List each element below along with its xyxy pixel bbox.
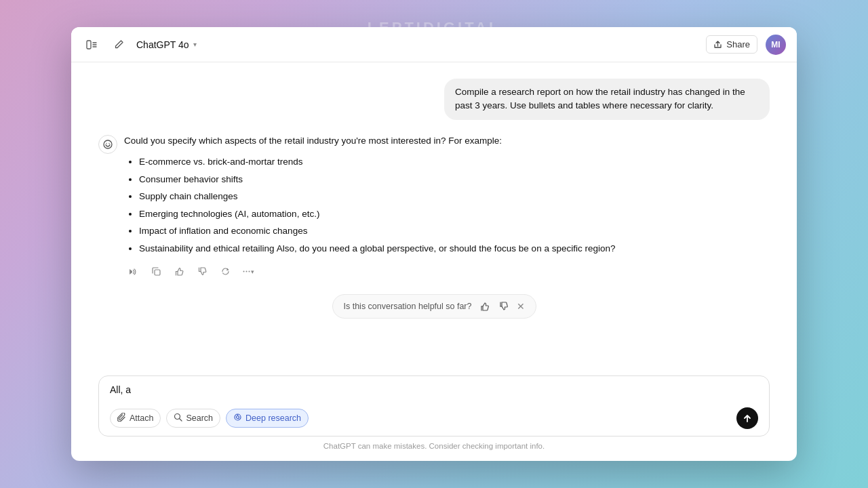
- input-box: All, a Attach: [98, 375, 770, 436]
- svg-point-14: [249, 271, 250, 272]
- deep-research-button[interactable]: Deep research: [226, 409, 309, 428]
- deep-research-icon: [233, 413, 242, 424]
- input-toolbar: Attach Search: [110, 407, 758, 429]
- disclaimer-text: ChatGPT can make mistakes. Consider chec…: [98, 442, 770, 450]
- attach-label: Attach: [130, 413, 153, 423]
- user-message: Compile a research report on how the ret…: [444, 79, 770, 120]
- model-selector[interactable]: ChatGPT 4o ▾: [136, 39, 197, 50]
- list-item: Impact of inflation and economic changes: [139, 224, 770, 239]
- assistant-content: Could you specify which aspects of the r…: [124, 134, 770, 281]
- list-item: Supply chain challenges: [139, 189, 770, 204]
- share-label: Share: [726, 39, 750, 49]
- feedback-close-button[interactable]: ✕: [517, 301, 525, 312]
- thumbs-up-button[interactable]: [170, 263, 188, 281]
- share-button[interactable]: Share: [706, 35, 757, 54]
- sidebar-toggle-button[interactable]: [82, 35, 101, 54]
- attach-button[interactable]: Attach: [110, 409, 161, 428]
- feedback-text: Is this conversation helpful so far?: [344, 302, 472, 311]
- svg-point-23: [237, 416, 239, 419]
- attach-icon: [117, 413, 126, 424]
- feedback-thumbs-up-button[interactable]: [479, 300, 491, 312]
- user-avatar[interactable]: MI: [766, 35, 786, 55]
- titlebar-right: Share MI: [706, 35, 786, 55]
- chevron-down-icon: ▾: [193, 41, 197, 48]
- list-item: Emerging technologies (AI, automation, e…: [139, 207, 770, 222]
- svg-marker-7: [130, 269, 132, 274]
- bottom-area: All, a Attach: [71, 375, 797, 461]
- svg-point-4: [104, 140, 112, 148]
- deep-research-label: Deep research: [245, 413, 301, 423]
- search-icon: [174, 413, 182, 424]
- assistant-message-wrap: Could you specify which aspects of the r…: [98, 134, 770, 281]
- message-actions: ▾: [124, 263, 770, 281]
- audio-button[interactable]: [124, 263, 142, 281]
- list-item: Consumer behavior shifts: [139, 172, 770, 187]
- svg-line-21: [180, 419, 182, 422]
- svg-rect-8: [155, 270, 160, 275]
- user-message-wrap: Compile a research report on how the ret…: [98, 79, 770, 120]
- model-name: ChatGPT 4o: [136, 39, 189, 50]
- titlebar-left: ChatGPT 4o ▾: [82, 35, 197, 54]
- feedback-thumbs-down-button[interactable]: [498, 300, 510, 312]
- feedback-bar: Is this conversation helpful so far? ✕: [332, 294, 536, 319]
- svg-point-13: [246, 271, 248, 272]
- regenerate-button[interactable]: [216, 263, 234, 281]
- svg-point-15: [243, 271, 245, 272]
- search-button[interactable]: Search: [166, 409, 220, 428]
- assistant-avatar: [98, 135, 117, 154]
- send-button[interactable]: [736, 407, 758, 429]
- assistant-question: Could you specify which aspects of the r…: [124, 134, 770, 148]
- list-item: E-commerce vs. brick-and-mortar trends: [139, 155, 770, 169]
- svg-rect-0: [87, 41, 91, 49]
- message-input[interactable]: All, a: [110, 384, 758, 401]
- assistant-bullet-list: E-commerce vs. brick-and-mortar trends C…: [124, 155, 770, 256]
- chat-area: Compile a research report on how the ret…: [71, 62, 797, 375]
- edit-button[interactable]: [109, 35, 128, 54]
- svg-point-5: [106, 142, 106, 143]
- more-options-button[interactable]: ▾: [239, 263, 257, 281]
- svg-point-6: [108, 142, 109, 143]
- app-window: ChatGPT 4o ▾ Share MI Compile a research…: [71, 27, 797, 461]
- search-label: Search: [186, 413, 213, 423]
- titlebar: ChatGPT 4o ▾ Share MI: [71, 27, 797, 62]
- copy-button[interactable]: [147, 263, 165, 281]
- thumbs-down-button[interactable]: [193, 263, 211, 281]
- list-item: Sustainability and ethical retailing Als…: [139, 241, 770, 256]
